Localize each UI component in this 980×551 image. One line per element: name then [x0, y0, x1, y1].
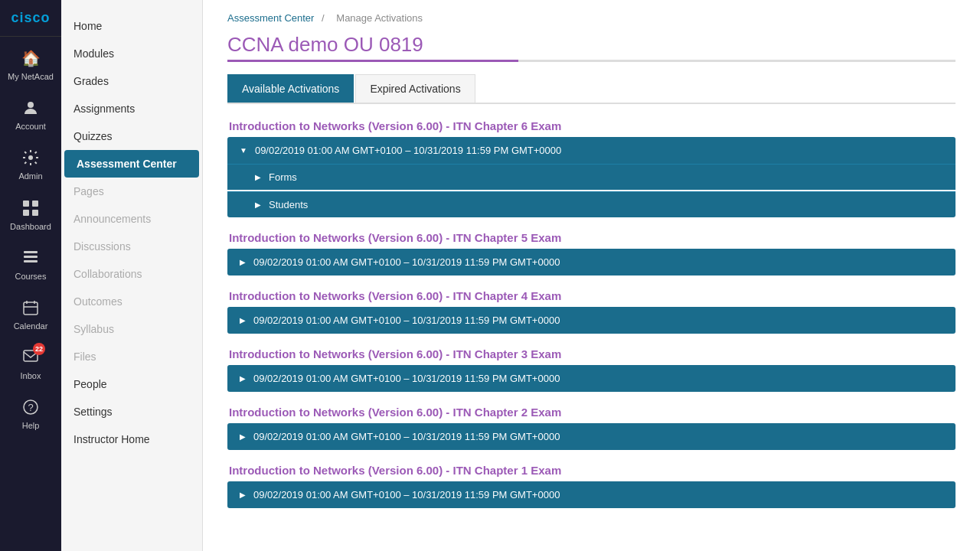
sidebar-item-assessment-center[interactable]: Assessment Center: [64, 150, 199, 178]
svg-rect-9: [24, 302, 38, 315]
forms-row-ch6[interactable]: ▶ Forms: [227, 164, 956, 190]
expand-arrow-ch3: ▶: [240, 374, 246, 383]
inbox-badge: 22: [33, 343, 45, 355]
sidebar-item-assignments[interactable]: Assignments: [61, 95, 202, 122]
svg-rect-5: [32, 210, 38, 216]
tab-expired-activations[interactable]: Expired Activations: [355, 74, 475, 103]
expand-arrow-ch4: ▶: [240, 316, 246, 324]
expand-arrow-ch2: ▶: [240, 432, 246, 441]
svg-text:?: ?: [28, 402, 34, 413]
exam-ch5-title: Introduction to Networks (Version 6.00) …: [227, 231, 956, 244]
icon-bar: cisco 🏠 My NetAcad Account Admin Dashboa…: [0, 0, 61, 551]
activation-date-ch2: 09/02/2019 01:00 AM GMT+0100 – 10/31/201…: [253, 431, 560, 442]
sidebar-item-modules[interactable]: Modules: [61, 40, 202, 67]
students-label: Students: [269, 199, 308, 210]
account-label: Account: [15, 122, 46, 132]
svg-rect-3: [32, 201, 38, 207]
sidebar-item-people[interactable]: People: [61, 370, 202, 398]
activation-row-ch4[interactable]: ▶ 09/02/2019 01:00 AM GMT+0100 – 10/31/2…: [227, 307, 956, 334]
sidebar-nav: Home Modules Grades Assignments Quizzes …: [61, 6, 202, 459]
sidebar-item-files: Files: [61, 343, 202, 370]
main-content: Assessment Center / Manage Activations C…: [203, 0, 980, 551]
tabs-container: Available Activations Expired Activation…: [227, 74, 956, 104]
breadcrumb-current: Manage Activations: [336, 12, 423, 24]
svg-rect-7: [24, 256, 38, 258]
exam-ch6-title: Introduction to Networks (Version 6.00) …: [227, 119, 956, 132]
activation-row-ch5[interactable]: ▶ 09/02/2019 01:00 AM GMT+0100 – 10/31/2…: [227, 249, 956, 276]
sidebar-item-announcements: Announcements: [61, 205, 202, 233]
exam-section-ch2: Introduction to Networks (Version 6.00) …: [227, 406, 956, 450]
activation-row-ch2[interactable]: ▶ 09/02/2019 01:00 AM GMT+0100 – 10/31/2…: [227, 423, 956, 450]
svg-point-1: [28, 155, 33, 160]
breadcrumb: Assessment Center / Manage Activations: [227, 12, 956, 24]
courses-label: Courses: [15, 272, 47, 282]
icon-help[interactable]: ? Help: [0, 389, 61, 439]
exam-ch3-title: Introduction to Networks (Version 6.00) …: [227, 347, 956, 360]
help-icon: ?: [20, 396, 41, 418]
my-netacad-label: My NetAcad: [8, 72, 54, 82]
activation-date-ch3: 09/02/2019 01:00 AM GMT+0100 – 10/31/201…: [253, 373, 560, 384]
activation-row-ch6[interactable]: ▼ 09/02/2019 01:00 AM GMT+0100 – 10/31/2…: [227, 137, 956, 164]
svg-rect-2: [23, 201, 29, 207]
svg-rect-8: [24, 260, 38, 262]
page-title: CCNA demo OU 0819: [227, 33, 956, 57]
exam-ch1-title: Introduction to Networks (Version 6.00) …: [227, 464, 956, 477]
sidebar-item-outcomes: Outcomes: [61, 288, 202, 315]
icon-calendar[interactable]: Calendar: [0, 289, 61, 339]
exam-section-ch4: Introduction to Networks (Version 6.00) …: [227, 289, 956, 334]
sidebar-item-home[interactable]: Home: [61, 12, 202, 40]
forms-arrow: ▶: [255, 173, 261, 181]
cisco-wordmark: cisco: [11, 10, 50, 26]
sidebar-item-syllabus: Syllabus: [61, 315, 202, 343]
icon-admin[interactable]: Admin: [0, 139, 61, 189]
icon-inbox[interactable]: 22 Inbox: [0, 339, 61, 389]
tab-available-activations[interactable]: Available Activations: [227, 74, 354, 103]
dashboard-icon: [20, 197, 41, 219]
dashboard-label: Dashboard: [10, 222, 51, 232]
sidebar-item-discussions: Discussions: [61, 233, 202, 260]
admin-icon: [20, 147, 41, 168]
svg-rect-6: [24, 251, 38, 253]
exam-section-ch1: Introduction to Networks (Version 6.00) …: [227, 464, 956, 508]
exam-section-ch5: Introduction to Networks (Version 6.00) …: [227, 231, 956, 276]
exam-ch4-title: Introduction to Networks (Version 6.00) …: [227, 289, 956, 302]
icon-my-netacad[interactable]: 🏠 My NetAcad: [0, 40, 61, 90]
icon-courses[interactable]: Courses: [0, 240, 61, 289]
activation-row-ch1[interactable]: ▶ 09/02/2019 01:00 AM GMT+0100 – 10/31/2…: [227, 481, 956, 508]
sidebar-item-collaborations: Collaborations: [61, 260, 202, 288]
sidebar-item-instructor-home[interactable]: Instructor Home: [61, 425, 202, 453]
svg-point-0: [28, 102, 34, 108]
inbox-label: Inbox: [21, 371, 41, 381]
activation-date-ch1: 09/02/2019 01:00 AM GMT+0100 – 10/31/201…: [253, 489, 560, 500]
sidebar-item-settings[interactable]: Settings: [61, 398, 202, 425]
inbox-icon: 22: [20, 347, 41, 368]
admin-label: Admin: [18, 171, 42, 181]
activation-date-ch6: 09/02/2019 01:00 AM GMT+0100 – 10/31/201…: [255, 145, 561, 156]
svg-rect-4: [23, 210, 29, 216]
account-icon: [20, 97, 41, 119]
exam-ch2-title: Introduction to Networks (Version 6.00) …: [227, 406, 956, 419]
expand-arrow-ch1: ▶: [240, 491, 246, 499]
exam-section-ch6: Introduction to Networks (Version 6.00) …: [227, 119, 956, 217]
breadcrumb-assessment-center-link[interactable]: Assessment Center: [227, 12, 314, 24]
cisco-logo: cisco: [0, 0, 61, 37]
home-icon: 🏠: [20, 47, 41, 69]
icon-dashboard[interactable]: Dashboard: [0, 190, 61, 240]
activation-date-ch4: 09/02/2019 01:00 AM GMT+0100 – 10/31/201…: [253, 315, 560, 326]
breadcrumb-separator: /: [322, 12, 327, 24]
exam-section-ch3: Introduction to Networks (Version 6.00) …: [227, 347, 956, 392]
sidebar-item-grades[interactable]: Grades: [61, 67, 202, 95]
icon-account[interactable]: Account: [0, 90, 61, 139]
sidebar: Home Modules Grades Assignments Quizzes …: [61, 0, 203, 551]
sidebar-item-quizzes[interactable]: Quizzes: [61, 122, 202, 150]
courses-icon: [20, 247, 41, 269]
expand-arrow-ch6: ▼: [240, 146, 247, 155]
students-row-ch6[interactable]: ▶ Students: [227, 191, 956, 217]
title-underline: [227, 60, 956, 62]
students-arrow: ▶: [255, 201, 261, 209]
sidebar-item-pages: Pages: [61, 178, 202, 205]
activation-date-ch5: 09/02/2019 01:00 AM GMT+0100 – 10/31/201…: [253, 256, 560, 268]
expand-arrow-ch5: ▶: [240, 258, 246, 266]
activation-row-ch3[interactable]: ▶ 09/02/2019 01:00 AM GMT+0100 – 10/31/2…: [227, 365, 956, 392]
calendar-label: Calendar: [14, 321, 48, 331]
